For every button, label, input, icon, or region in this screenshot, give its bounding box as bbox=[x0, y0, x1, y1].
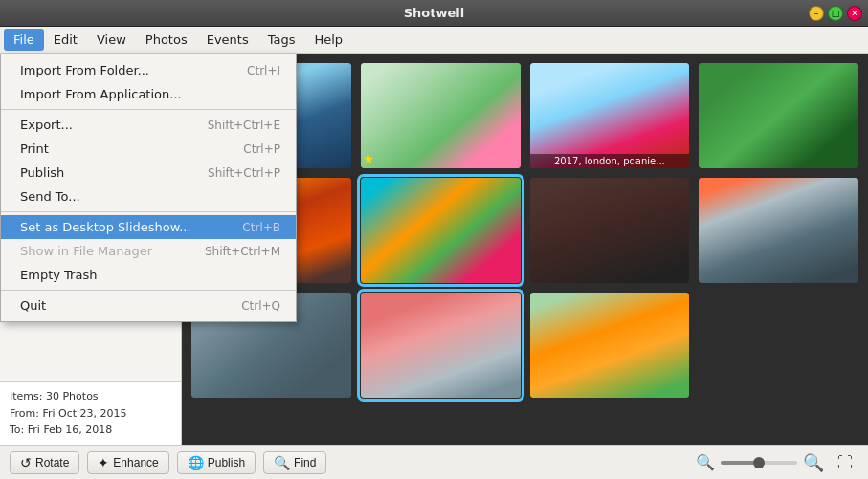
menu-import-folder[interactable]: Import From Folder... Ctrl+I bbox=[1, 58, 296, 82]
photo-image-2 bbox=[530, 63, 690, 168]
menu-send-to[interactable]: Send To... bbox=[1, 185, 296, 208]
info-from-value: Fri Oct 23, 2015 bbox=[42, 407, 126, 420]
zoom-out-icon[interactable]: 🔍 bbox=[696, 453, 715, 471]
menu-import-application[interactable]: Import From Application... bbox=[1, 82, 296, 106]
rotate-button[interactable]: ↺ Rotate bbox=[10, 451, 79, 474]
menu-events[interactable]: Events bbox=[197, 29, 258, 51]
rotate-icon: ↺ bbox=[20, 455, 32, 470]
fullscreen-button[interactable]: ⛶ bbox=[832, 451, 858, 473]
menu-view[interactable]: View bbox=[87, 29, 136, 51]
info-to-label: To: bbox=[10, 424, 24, 436]
zoom-slider-thumb bbox=[753, 457, 765, 468]
find-button[interactable]: 🔍 Find bbox=[263, 451, 326, 474]
menu-show-file-manager: Show in File Manager Shift+Ctrl+M bbox=[1, 239, 296, 263]
enhance-icon: ✦ bbox=[98, 455, 109, 470]
find-label: Find bbox=[294, 456, 316, 469]
window-title: Shotwell bbox=[404, 6, 465, 20]
photo-thumb-9[interactable] bbox=[361, 293, 521, 398]
menu-bar: File Edit View Photos Events Tags Help I… bbox=[0, 27, 868, 54]
photo-thumb-1[interactable]: ★ bbox=[361, 63, 521, 168]
publish-label: Publish bbox=[208, 456, 245, 469]
menu-edit[interactable]: Edit bbox=[44, 29, 87, 51]
photo-thumb-10[interactable] bbox=[530, 293, 690, 398]
menu-desktop-slideshow[interactable]: Set as Desktop Slideshow... Ctrl+B bbox=[1, 215, 296, 239]
file-dropdown: Import From Folder... Ctrl+I Import From… bbox=[0, 54, 297, 322]
menu-help[interactable]: Help bbox=[304, 29, 352, 51]
photo-thumb-5[interactable] bbox=[361, 178, 521, 283]
photo-image-1 bbox=[361, 63, 521, 168]
photo-image-9 bbox=[361, 293, 521, 398]
photo-thumb-7[interactable] bbox=[699, 178, 858, 283]
photo-image-3 bbox=[699, 63, 858, 168]
minimize-button[interactable]: – bbox=[809, 6, 824, 21]
menu-photos[interactable]: Photos bbox=[136, 29, 197, 51]
menu-empty-trash[interactable]: Empty Trash bbox=[1, 263, 296, 287]
maximize-button[interactable]: □ bbox=[828, 6, 843, 21]
menu-export[interactable]: Export... Shift+Ctrl+E bbox=[1, 113, 296, 137]
info-from-label: From: bbox=[10, 407, 39, 420]
photo-image-5 bbox=[361, 178, 521, 283]
separator-3 bbox=[1, 290, 296, 291]
publish-icon: 🌐 bbox=[188, 455, 204, 470]
photo-image-7 bbox=[699, 178, 858, 283]
photo-thumb-3[interactable] bbox=[699, 63, 858, 168]
photo-image-6 bbox=[530, 178, 690, 283]
photo-thumb-6[interactable] bbox=[530, 178, 690, 283]
menu-publish[interactable]: Publish Shift+Ctrl+P bbox=[1, 161, 296, 185]
photo-thumb-2[interactable]: 2017, london, pdanie... bbox=[530, 63, 690, 168]
info-to-value: Fri Feb 16, 2018 bbox=[28, 424, 113, 436]
title-bar: Shotwell – □ ✕ bbox=[0, 0, 868, 27]
separator-2 bbox=[1, 211, 296, 212]
enhance-button[interactable]: ✦ Enhance bbox=[87, 451, 168, 474]
info-items-value: 30 Photos bbox=[46, 390, 99, 403]
info-from: From: Fri Oct 23, 2015 bbox=[10, 405, 171, 423]
enhance-label: Enhance bbox=[113, 456, 158, 469]
menu-file[interactable]: File bbox=[4, 29, 44, 51]
menu-quit[interactable]: Quit Ctrl+Q bbox=[1, 294, 296, 317]
info-to: To: Fri Feb 16, 2018 bbox=[10, 422, 171, 439]
info-items: Items: 30 Photos bbox=[10, 388, 171, 405]
separator-1 bbox=[1, 109, 296, 110]
zoom-slider[interactable] bbox=[721, 461, 797, 465]
info-panel: Items: 30 Photos From: Fri Oct 23, 2015 … bbox=[0, 381, 181, 445]
window-controls: – □ ✕ bbox=[809, 6, 862, 21]
bottom-toolbar: ↺ Rotate ✦ Enhance 🌐 Publish 🔍 Find 🔍 🔍 … bbox=[0, 445, 868, 479]
publish-button[interactable]: 🌐 Publish bbox=[177, 451, 256, 474]
close-button[interactable]: ✕ bbox=[847, 6, 862, 21]
rotate-label: Rotate bbox=[35, 456, 69, 469]
menu-print[interactable]: Print Ctrl+P bbox=[1, 137, 296, 161]
photo-image-10 bbox=[530, 293, 690, 398]
zoom-in-icon[interactable]: 🔍 bbox=[803, 452, 824, 472]
star-badge-1: ★ bbox=[363, 151, 375, 166]
find-icon: 🔍 bbox=[274, 455, 290, 470]
photo-label-2: 2017, london, pdanie... bbox=[530, 154, 690, 168]
zoom-control: 🔍 🔍 bbox=[696, 452, 824, 472]
menu-tags[interactable]: Tags bbox=[258, 29, 305, 51]
info-items-label: Items: bbox=[10, 390, 42, 403]
